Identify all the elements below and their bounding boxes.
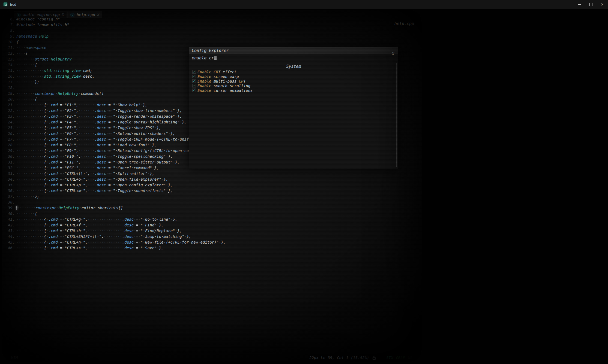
code-text: ············std::string_view·desc;: [16, 74, 95, 79]
line-number: 14.: [4, 62, 15, 68]
config-option[interactable]: ✓Enable cursor animations: [191, 88, 396, 93]
code-token: HelpEntry: [51, 57, 71, 61]
editor-tab[interactable]: Chelp.cppX: [67, 11, 102, 18]
code-token: "CTRL+p·",: [65, 183, 88, 187]
whitespace-dots: ·······: [79, 143, 95, 147]
code-token: =: [136, 229, 138, 233]
option-label-segment: Enable: [197, 79, 214, 83]
code-token: namespace: [26, 46, 46, 50]
whitespace-dots: ·: [111, 103, 113, 107]
code-token: "·New·file·(+CTRL·for·new·editor)": [140, 240, 219, 244]
code-token: .desc: [122, 217, 134, 222]
code-text: ············{·.cmd·=·"CTRL+SHIFT+\\·",··…: [16, 234, 191, 239]
tab-close-icon[interactable]: X: [97, 13, 99, 17]
code-token: "·Open·tree-sitter·output": [113, 160, 173, 164]
code-token: =: [108, 114, 110, 119]
code-text: ········{: [16, 96, 37, 102]
checkbox-icon[interactable]: ✓: [192, 75, 196, 78]
code-token: .cmd: [49, 114, 58, 119]
code-token: {: [44, 229, 46, 233]
code-token: .cmd: [49, 217, 58, 222]
whitespace-dots: ·······: [79, 131, 95, 136]
checkbox-icon[interactable]: ✓: [192, 84, 196, 87]
code-token: "F6·",: [65, 131, 79, 136]
line-number: 27.: [4, 136, 15, 142]
code-text: ············std::string_view·cmd;: [16, 68, 92, 74]
code-token: },: [177, 114, 182, 119]
checkbox-icon[interactable]: ✓: [192, 70, 196, 74]
code-token: "·Toggle·show·FPS": [113, 126, 154, 130]
code-token: .desc: [95, 160, 106, 164]
code-token: "·Load·new·font": [113, 143, 150, 147]
tab-close-icon[interactable]: X: [62, 13, 64, 17]
whitespace-dots: ·: [62, 148, 65, 153]
close-button[interactable]: ✕: [597, 0, 608, 9]
option-label-segment: sor animations: [220, 88, 253, 93]
checkbox-icon[interactable]: ✓: [192, 79, 196, 83]
code-token: },: [164, 177, 168, 181]
whitespace-dots: ·: [46, 240, 49, 244]
whitespace-dots: ·: [62, 240, 65, 244]
code-text: ············{·.cmd·=·"CTRL+g·",·········…: [16, 217, 177, 222]
whitespace-dots: ············: [16, 126, 44, 130]
whitespace-dots: ············: [16, 154, 44, 159]
popup-header[interactable]: Config Explorer: [189, 47, 398, 54]
code-token: },: [152, 143, 157, 147]
editor-screen: Caudio-engine.cppXChelp.cppX help.cpp 6.…: [2, 10, 422, 362]
whitespace-dots: ·: [62, 137, 65, 141]
config-option[interactable]: ✓Enable smooth scrolling: [191, 83, 396, 88]
code-token: =: [60, 229, 62, 233]
code-token: },: [157, 126, 161, 130]
checkbox-icon[interactable]: ✓: [192, 89, 196, 92]
popup-close-button[interactable]: X: [392, 51, 394, 56]
code-token: },: [154, 166, 159, 170]
code-token: namespace: [16, 34, 37, 38]
whitespace-dots: ·: [62, 108, 65, 113]
whitespace-dots: ·: [106, 120, 108, 124]
maximize-button[interactable]: [585, 0, 597, 9]
config-option[interactable]: ✓Enable CRT effect: [191, 69, 396, 74]
code-line: 37.········};: [4, 194, 226, 199]
line-number: 31.: [4, 159, 15, 165]
code-token: .desc: [95, 148, 106, 153]
config-option[interactable]: ✓Enable screen warp: [191, 74, 396, 79]
code-text: ········};: [16, 194, 39, 199]
whitespace-dots: ·: [111, 160, 113, 164]
editor-tab[interactable]: Caudio-engine.cppX: [14, 11, 67, 18]
whitespace-dots: ·: [111, 154, 113, 159]
config-option[interactable]: ✓Enable multi-pass CRT: [191, 79, 396, 83]
whitespace-dots: ·: [168, 131, 170, 136]
line-number: 18.: [4, 85, 15, 91]
code-text: ········};: [16, 79, 39, 85]
minimize-button[interactable]: [574, 0, 585, 9]
whitespace-dots: ······: [81, 160, 95, 164]
whitespace-dots: ·: [58, 143, 60, 147]
code-token: "CTRL+o·",: [65, 177, 88, 181]
code-token: .desc: [122, 223, 134, 227]
code-token: {: [44, 137, 46, 141]
code-token: "F3·",: [65, 114, 79, 119]
tab-label: audio-engine.cpp: [23, 13, 60, 17]
code-token: {: [16, 40, 19, 44]
whitespace-dots: ·······: [79, 126, 95, 130]
whitespace-dots: ·: [138, 234, 140, 239]
line-number: 25.: [4, 125, 15, 131]
whitespace-dots: ·: [46, 223, 49, 227]
status-right-group: 22px Ln 39, Col 1 (15.42%) STXCRLFWS: [309, 356, 412, 360]
code-text: namespace·Help: [16, 34, 49, 39]
code-token: std::string_view: [44, 68, 81, 73]
line-number: 17.: [4, 79, 15, 85]
code-token: {: [44, 120, 46, 124]
code-token: "CTRL+SHIFT+\\·",: [65, 234, 104, 239]
code-line: 45.············{·.cmd·=·"CTRL+n·",······…: [4, 239, 226, 245]
whitespace-dots: ············: [16, 171, 44, 176]
config-search-input[interactable]: enable cr: [189, 54, 398, 62]
code-token: =: [60, 217, 62, 222]
code-token: {: [44, 166, 46, 170]
tab-bar: Caudio-engine.cppXChelp.cppX: [14, 11, 102, 18]
code-token: {: [44, 108, 46, 113]
code-token: =: [60, 246, 62, 250]
code-token: {: [44, 143, 46, 147]
code-token: =: [108, 120, 110, 124]
whitespace-dots: ·: [106, 160, 108, 164]
